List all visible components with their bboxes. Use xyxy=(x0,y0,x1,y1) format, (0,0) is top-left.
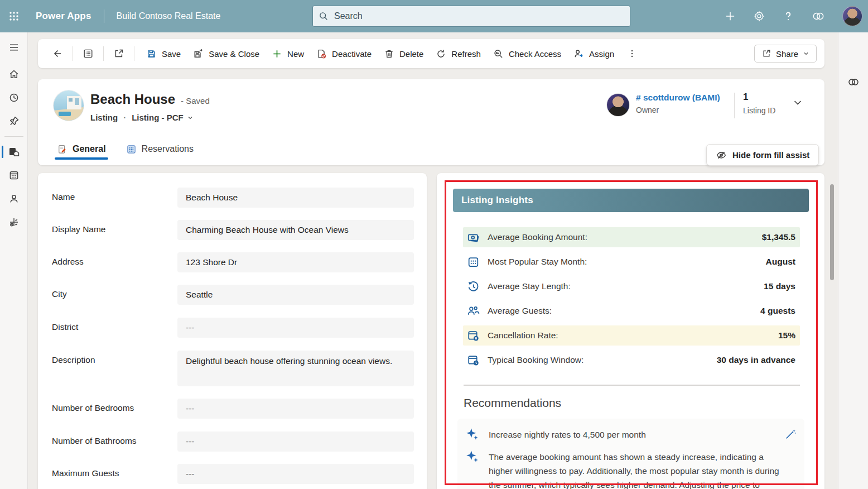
metric-row-average-stay-length: Average Stay Length: 15 days xyxy=(463,276,800,296)
user-avatar[interactable] xyxy=(842,6,862,26)
form-list-icon xyxy=(83,48,94,59)
field-label-district: District xyxy=(52,318,177,338)
field-input-number-of-bedrooms[interactable]: --- xyxy=(177,399,414,419)
form-selector[interactable]: Listing - PCF xyxy=(132,113,194,122)
tab-reservations[interactable]: Reservations xyxy=(124,135,196,160)
metric-value: 30 days in advance xyxy=(717,355,795,365)
chevron-down-icon xyxy=(803,50,809,57)
command-bar: Save Save & Close New Deactivate Delete … xyxy=(38,39,824,68)
calendar-month-icon xyxy=(467,256,480,269)
sidebar-item-home[interactable] xyxy=(0,63,28,86)
reservations-tab-icon xyxy=(126,144,137,155)
reports-icon xyxy=(8,217,20,228)
form-selector-label: Listing - PCF xyxy=(132,113,184,122)
plus-icon xyxy=(272,49,282,59)
sidebar-item-tables[interactable] xyxy=(0,164,28,187)
delete-button[interactable]: Delete xyxy=(378,45,430,63)
field-input-name[interactable]: Beach House xyxy=(177,188,414,208)
refresh-button[interactable]: Refresh xyxy=(430,45,487,63)
guests-icon xyxy=(467,305,480,318)
open-in-new-window-button[interactable] xyxy=(109,44,128,63)
field-label-name: Name xyxy=(52,188,177,208)
header-expand-chevron-icon[interactable] xyxy=(792,97,803,108)
new-button[interactable]: New xyxy=(266,45,310,63)
recommendations-title: Recommendations xyxy=(464,396,561,410)
owner-avatar[interactable] xyxy=(607,94,629,116)
check-access-button[interactable]: Check Access xyxy=(487,45,567,63)
sidebar-item-contacts[interactable] xyxy=(0,187,28,210)
pin-icon xyxy=(8,116,20,127)
home-icon xyxy=(8,69,20,80)
recommendation-item[interactable]: Increase nightly rates to 4,500 per mont… xyxy=(465,423,797,445)
hide-form-fill-assist-button[interactable]: Hide form fill assist xyxy=(706,144,819,166)
sidebar-item-reports[interactable] xyxy=(0,210,28,234)
copilot-icon[interactable] xyxy=(811,9,826,23)
deactivate-icon xyxy=(316,49,327,59)
listing-insights-title: Listing Insights xyxy=(461,195,533,206)
tab-general[interactable]: General xyxy=(55,135,108,160)
help-icon[interactable] xyxy=(782,10,794,22)
environment-name[interactable]: Build Contoso Real Estate xyxy=(117,11,221,21)
sidebar-item-listings[interactable] xyxy=(0,140,28,164)
field-input-description[interactable]: Delightful beach house offering stunning… xyxy=(177,351,414,386)
add-icon[interactable] xyxy=(724,10,736,22)
settings-gear-icon[interactable] xyxy=(753,10,765,22)
copilot-icon xyxy=(847,75,860,89)
metric-label: Cancellation Rate: xyxy=(488,330,558,341)
metric-label: Average Booking Amount: xyxy=(488,232,587,242)
share-button[interactable]: Share xyxy=(754,45,817,63)
metric-row-average-booking-amount: Average Booking Amount: $1,345.5 xyxy=(463,227,800,247)
save-label: Save xyxy=(162,49,181,59)
tab-general-label: General xyxy=(73,144,106,154)
active-tab-underline xyxy=(55,157,108,160)
listing-id-value: 1 xyxy=(743,92,775,103)
field-input-city[interactable]: Seattle xyxy=(177,285,414,305)
app-launcher-button[interactable] xyxy=(0,0,28,32)
recommendation-item[interactable]: The average booking amount has shown a s… xyxy=(465,445,797,489)
field-input-district[interactable]: --- xyxy=(177,318,414,338)
metric-row-average-guests: Average Guests: 4 guests xyxy=(463,301,800,321)
owner-link[interactable]: # scottdurow (BAMI) xyxy=(636,93,720,103)
field-input-display-name[interactable]: Charming Beach House with Ocean Views xyxy=(177,220,414,240)
trash-icon xyxy=(384,49,394,59)
assign-button[interactable]: Assign xyxy=(567,45,620,63)
metric-label: Average Guests: xyxy=(488,306,552,316)
vertical-scrollbar[interactable] xyxy=(830,184,834,280)
show-as-button[interactable] xyxy=(79,44,98,63)
field-label-number-of-bathrooms: Number of Bathrooms xyxy=(52,432,177,452)
apply-wand-icon[interactable] xyxy=(784,427,797,440)
field-label-address: Address xyxy=(52,252,177,272)
cancellation-icon xyxy=(467,329,480,342)
more-commands-button[interactable] xyxy=(623,44,642,63)
sidebar-item-pinned[interactable] xyxy=(0,109,28,133)
sidebar-item-recent[interactable] xyxy=(0,86,28,109)
chevron-down-icon xyxy=(187,114,194,121)
refresh-icon xyxy=(436,49,446,59)
field-label-description: Description xyxy=(52,351,177,386)
field-input-maximum-guests[interactable]: --- xyxy=(177,464,414,484)
field-input-number-of-bathrooms[interactable]: --- xyxy=(177,432,414,452)
app-name[interactable]: Power Apps xyxy=(36,11,91,22)
metric-row-cancellation-rate: Cancellation Rate: 15% xyxy=(463,325,800,346)
metric-row-most-popular-stay-month: Most Popular Stay Month: August xyxy=(463,252,800,272)
top-app-bar: Power Apps Build Contoso Real Estate xyxy=(0,0,868,32)
back-button[interactable] xyxy=(48,44,67,63)
field-label-display-name: Display Name xyxy=(52,220,177,240)
money-icon xyxy=(467,231,480,244)
global-search[interactable] xyxy=(312,6,630,27)
stay-length-icon xyxy=(467,280,480,293)
popout-icon xyxy=(113,48,124,59)
deactivate-button[interactable]: Deactivate xyxy=(310,45,378,63)
waffle-icon xyxy=(8,11,20,22)
general-tab-icon xyxy=(57,144,67,155)
record-photo[interactable] xyxy=(54,90,84,121)
copilot-pane-button[interactable] xyxy=(844,73,863,92)
save-and-close-button[interactable]: Save & Close xyxy=(187,45,266,63)
save-button[interactable]: Save xyxy=(140,45,187,63)
check-access-label: Check Access xyxy=(509,49,561,59)
search-input[interactable] xyxy=(334,11,624,21)
entity-name: Listing xyxy=(90,113,118,122)
nav-menu-button[interactable] xyxy=(0,36,28,59)
field-input-address[interactable]: 123 Shore Dr xyxy=(177,252,414,272)
owner-role-label: Owner xyxy=(636,106,720,114)
